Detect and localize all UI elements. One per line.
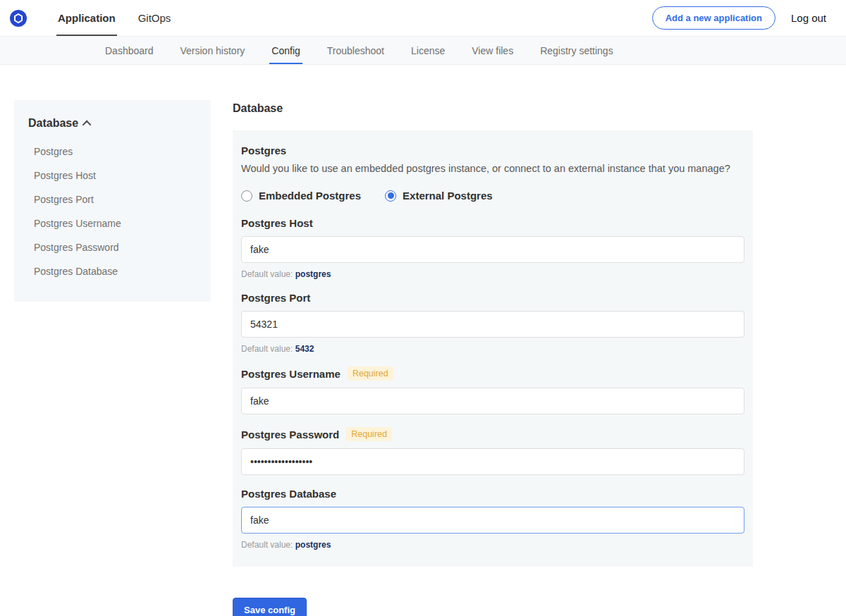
field-label: Postgres Host — [241, 217, 313, 229]
sidebar-item-postgres-port[interactable]: Postgres Port — [28, 187, 197, 211]
config-group-box: Postgres Would you like to use an embedd… — [233, 130, 753, 567]
save-row: Save config — [233, 598, 753, 616]
sidebar-item-postgres-database[interactable]: Postgres Database — [28, 259, 197, 283]
logout-link[interactable]: Log out — [791, 12, 826, 24]
default-value-hint: Default value: postgres — [241, 540, 744, 550]
config-content: Database Postgres Would you like to use … — [233, 100, 753, 616]
sidebar-item-postgres[interactable]: Postgres — [28, 140, 197, 164]
add-application-button[interactable]: Add a new application — [652, 6, 776, 30]
app-logo-icon — [8, 8, 28, 28]
field-label: Postgres Database — [241, 488, 336, 500]
subnav-tab-view-files[interactable]: View files — [458, 37, 527, 64]
radio-embedded-postgres[interactable]: Embedded Postgres — [241, 190, 361, 202]
navbar-right: Add a new application Log out — [652, 6, 826, 30]
postgres-mode-radio-group: Embedded Postgres External Postgres — [241, 190, 744, 202]
default-hint-prefix: Default value: — [241, 540, 295, 550]
config-sidebar: Database Postgres Postgres Host Postgres… — [14, 100, 211, 302]
postgres-username-input[interactable] — [241, 388, 744, 414]
field-label: Postgres Port — [241, 292, 310, 304]
subnav-tab-config[interactable]: Config — [258, 37, 313, 64]
tab-application[interactable]: Application — [47, 0, 127, 36]
default-hint-value: postgres — [295, 269, 331, 279]
subnav-tab-registry-settings[interactable]: Registry settings — [527, 37, 626, 64]
default-hint-value: 5432 — [295, 344, 314, 354]
subnav-tab-version-history[interactable]: Version history — [167, 37, 259, 64]
postgres-host-input[interactable] — [241, 236, 744, 263]
default-hint-prefix: Default value: — [241, 269, 295, 279]
radio-circle-icon — [241, 190, 252, 202]
postgres-port-input[interactable] — [241, 311, 744, 338]
field-label: Postgres Password — [241, 429, 339, 441]
radio-external-label: External Postgres — [403, 190, 493, 202]
subnav-tab-license[interactable]: License — [398, 37, 458, 64]
default-value-hint: Default value: 5432 — [241, 344, 744, 354]
default-value-hint: Default value: postgres — [241, 269, 744, 279]
save-config-button[interactable]: Save config — [233, 598, 307, 616]
default-hint-prefix: Default value: — [241, 344, 295, 354]
field-postgres-port: Postgres Port Default value: 5432 — [241, 292, 744, 354]
sidebar-item-postgres-username[interactable]: Postgres Username — [28, 211, 197, 235]
field-label: Postgres Username — [241, 368, 341, 380]
radio-external-postgres[interactable]: External Postgres — [385, 190, 493, 202]
chevron-up-icon — [82, 120, 92, 129]
top-navbar: Application GitOps Add a new application… — [0, 0, 846, 37]
postgres-database-input[interactable] — [241, 507, 744, 534]
subnav-tab-troubleshoot[interactable]: Troubleshoot — [314, 37, 398, 64]
default-hint-value: postgres — [295, 540, 331, 550]
field-postgres-password: Postgres Password Required — [241, 427, 744, 475]
required-badge: Required — [348, 366, 393, 381]
field-postgres-username: Postgres Username Required — [241, 366, 744, 414]
app-subnav: Dashboard Version history Config Trouble… — [0, 37, 846, 65]
radio-circle-icon — [385, 190, 396, 202]
postgres-password-input[interactable] — [241, 448, 744, 475]
config-page: Database Postgres Postgres Host Postgres… — [0, 65, 846, 616]
sidebar-item-postgres-password[interactable]: Postgres Password — [28, 235, 197, 259]
sidebar-group-database[interactable]: Database — [28, 117, 197, 130]
tab-gitops[interactable]: GitOps — [127, 0, 183, 36]
postgres-group-label: Postgres — [241, 144, 744, 156]
field-postgres-host: Postgres Host Default value: postgres — [241, 217, 744, 279]
radio-embedded-label: Embedded Postgres — [259, 190, 361, 202]
sidebar-group-label: Database — [28, 117, 78, 130]
sidebar-item-postgres-host[interactable]: Postgres Host — [28, 164, 197, 187]
navbar-tabs: Application GitOps — [47, 0, 182, 36]
page-title: Database — [233, 102, 753, 115]
required-badge: Required — [346, 427, 392, 441]
field-postgres-database: Postgres Database Default value: postgre… — [241, 488, 744, 550]
subnav-tab-dashboard[interactable]: Dashboard — [92, 37, 167, 64]
postgres-group-help: Would you like to use an embedded postgr… — [241, 163, 744, 174]
